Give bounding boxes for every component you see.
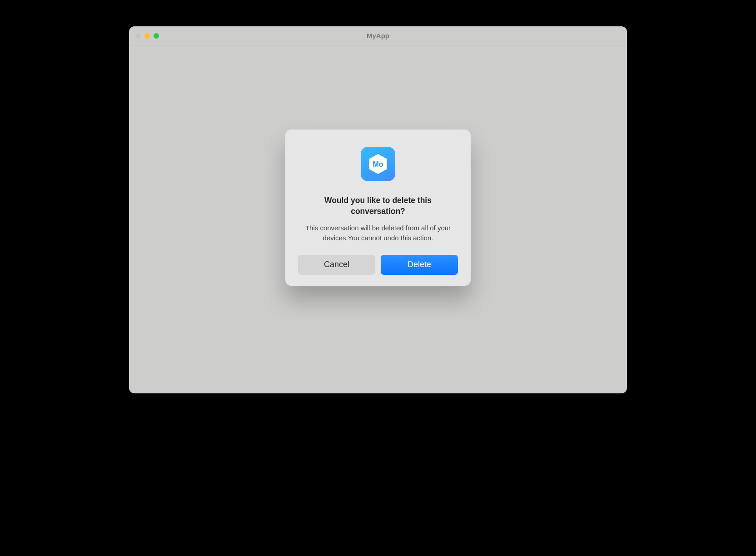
delete-button[interactable]: Delete [381, 255, 458, 275]
window-title: MyApp [367, 32, 389, 40]
titlebar: MyApp [129, 26, 627, 45]
app-icon-label: Mo [373, 160, 383, 168]
close-window-button[interactable] [135, 33, 141, 39]
app-icon: Mo [361, 147, 395, 181]
app-window: MyApp Mo Would you like to delete this c… [129, 26, 627, 393]
dialog-title: Would you like to delete this conversati… [298, 195, 458, 217]
dialog-description: This conversation will be deleted from a… [298, 223, 458, 243]
cancel-button[interactable]: Cancel [298, 255, 375, 275]
app-icon-hexagon: Mo [367, 153, 389, 175]
maximize-window-button[interactable] [154, 33, 159, 39]
window-body: Mo Would you like to delete this convers… [129, 45, 627, 393]
confirmation-dialog: Mo Would you like to delete this convers… [285, 129, 471, 286]
minimize-window-button[interactable] [144, 33, 150, 39]
dialog-button-row: Cancel Delete [298, 255, 458, 275]
traffic-lights [135, 33, 159, 39]
